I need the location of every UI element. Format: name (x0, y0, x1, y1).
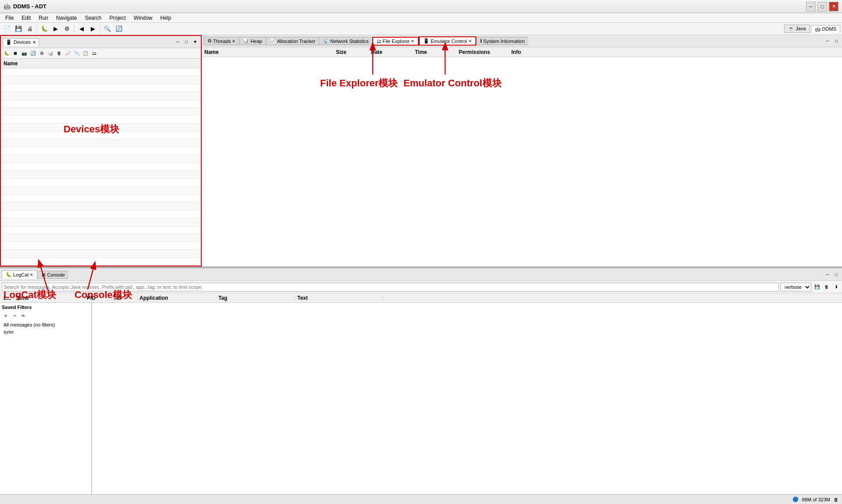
bottom-panel-minimize[interactable]: ─ (824, 271, 831, 279)
toolbar-search[interactable]: 🔍 (102, 24, 113, 34)
grid-row (1, 163, 201, 171)
devices-tab-close[interactable]: ✕ (32, 40, 36, 45)
devices-col-header: Name (1, 59, 201, 68)
close-button[interactable]: ✕ (829, 2, 838, 11)
devices-tab[interactable]: 📱 Devices ✕ (3, 38, 39, 46)
menu-bar: File Edit Run Navigate Search Project Wi… (0, 13, 842, 23)
logcat-save-btn[interactable]: 💾 (813, 283, 821, 291)
logcat-scroll-btn[interactable]: ⬇ (832, 283, 840, 291)
minimize-button[interactable]: ─ (806, 2, 816, 11)
threads-tab-label: Threads (213, 39, 231, 44)
logcat-tab-close[interactable]: ✕ (30, 273, 33, 277)
filter-edit-btn[interactable]: ✏ (19, 312, 27, 319)
emulator-tab-close[interactable]: ✕ (468, 39, 472, 43)
grid-row (1, 147, 201, 155)
threads-icon: ⚙ (207, 38, 212, 44)
devices-toolbar-threads[interactable]: ⚙ (38, 50, 46, 57)
menu-edit[interactable]: Edit (18, 14, 34, 22)
devices-action-btn[interactable]: ▼ (191, 38, 199, 46)
devices-toolbar-hprof[interactable]: 📈 (64, 50, 72, 57)
devices-toolbar-debug[interactable]: 🐛 (3, 50, 11, 57)
toolbar-debug[interactable]: 🐛 (39, 24, 50, 34)
verbose-dropdown[interactable]: verbose (781, 283, 811, 291)
grid-row (1, 258, 201, 266)
grid-row (1, 179, 201, 187)
perspective-java[interactable]: ☕ Java (784, 25, 810, 33)
devices-toolbar-gc[interactable]: 🗑 (55, 50, 63, 57)
tab-threads[interactable]: ⚙ Threads ✕ (203, 37, 239, 45)
toolbar-print[interactable]: 🖨 (25, 24, 35, 34)
toolbar-forward[interactable]: ▶ (88, 24, 98, 34)
tab-file-explorer[interactable]: 🗂 File Explorer ✕ (372, 37, 419, 46)
devices-maximize-btn[interactable]: □ (182, 38, 190, 46)
ddms-panel-maximize[interactable]: □ (832, 37, 840, 45)
filter-add-btn[interactable]: + (2, 312, 10, 319)
grid-row (1, 76, 201, 84)
memory-info: 88M of 323M (802, 497, 830, 502)
toolbar-run[interactable]: ▶ (50, 24, 61, 34)
menu-navigate[interactable]: Navigate (53, 14, 80, 22)
menu-project[interactable]: Project (106, 14, 129, 22)
devices-tab-actions: ─ □ ▼ (174, 38, 199, 46)
menu-window[interactable]: Window (130, 14, 156, 22)
bottom-panel-maximize[interactable]: □ (832, 271, 840, 279)
tab-console[interactable]: 🖥 Console (37, 271, 68, 279)
devices-name-col: Name (4, 60, 18, 67)
toolbar-new[interactable]: 📄 (2, 24, 12, 34)
bottom-tab-actions: ─ □ (824, 271, 840, 279)
ddms-panel-minimize[interactable]: ─ (824, 37, 831, 45)
logcat-col-tid: TID (111, 295, 138, 301)
devices-toolbar-update[interactable]: 🔄 (29, 50, 37, 57)
gc-icon: 🗑 (834, 497, 838, 502)
toolbar-refresh[interactable]: 🔄 (114, 24, 124, 34)
logcat-col-header: L... Time PID TID Application Tag Text (0, 293, 842, 303)
grid-row (1, 187, 201, 195)
tab-allocation-tracker[interactable]: 📈 Allocation Tracker (266, 37, 319, 45)
devices-minimize-btn[interactable]: ─ (174, 38, 182, 46)
file-explorer-tab-close[interactable]: ✕ (411, 39, 414, 43)
filter-all-messages[interactable]: All messages (no filters) (2, 321, 89, 328)
menu-run[interactable]: Run (35, 14, 52, 22)
filter-remove-btn[interactable]: − (11, 312, 18, 319)
grid-row (1, 124, 201, 131)
filter-syso[interactable]: syso (2, 328, 89, 335)
devices-toolbar-heap[interactable]: 📊 (46, 50, 54, 57)
devices-tab-label: Devices (14, 39, 31, 45)
file-col-permissions: Permissions (459, 49, 511, 55)
toolbar-save[interactable]: 💾 (13, 24, 24, 34)
threads-tab-close[interactable]: ✕ (232, 39, 235, 43)
ddms-tab-actions: ─ □ (824, 37, 840, 45)
title-text: 🤖 DDMS - ADT (4, 3, 46, 10)
tab-emulator-control[interactable]: 📱 Emulator Control ✕ (419, 36, 476, 46)
devices-toolbar-alloc[interactable]: 📉 (73, 50, 81, 57)
file-explorer-content (202, 57, 842, 266)
logcat-search-input[interactable] (2, 283, 779, 291)
grid-row (1, 100, 201, 108)
devices-grid (1, 68, 201, 266)
menu-help[interactable]: Help (157, 14, 175, 22)
network-tab-label: Network Statistics (330, 39, 368, 44)
logcat-tab-label: LogCat (13, 272, 29, 277)
grid-row (1, 155, 201, 163)
tab-network-statistics[interactable]: 📡 Network Statistics (319, 37, 372, 45)
maximize-button[interactable]: □ (817, 2, 827, 11)
ddms-panel: ⚙ Threads ✕ 📊 Heap 📈 Allocation Tracker … (202, 35, 842, 266)
logcat-clear-btn[interactable]: 🗑 (823, 283, 831, 291)
grid-row (1, 242, 201, 250)
menu-search[interactable]: Search (81, 14, 105, 22)
perspective-ddms[interactable]: 🤖 DDMS (811, 25, 840, 33)
devices-toolbar-stop[interactable]: ⏹ (11, 50, 19, 57)
tab-system-info[interactable]: ℹ System Information (476, 37, 528, 45)
tab-logcat[interactable]: 🐛 LogCat ✕ (2, 270, 37, 279)
logcat-icon: 🐛 (6, 272, 12, 277)
tab-heap[interactable]: 📊 Heap (239, 37, 265, 45)
file-col-date: Date (371, 49, 415, 55)
toolbar-settings[interactable]: ⚙ (62, 24, 72, 34)
toolbar-back[interactable]: ◀ (76, 24, 87, 34)
logcat-filters-panel: Saved Filters + − ✏ All messages (no fil… (0, 303, 92, 504)
devices-toolbar-screenshot[interactable]: 📷 (20, 50, 28, 57)
devices-toolbar-explorer[interactable]: 🗂 (90, 50, 98, 57)
menu-file[interactable]: File (2, 14, 17, 22)
main-layout: 📱 Devices ✕ ─ □ ▼ 🐛 ⏹ 📷 🔄 ⚙ 📊 🗑 (0, 35, 842, 504)
devices-toolbar-tracing[interactable]: 📋 (82, 50, 89, 57)
